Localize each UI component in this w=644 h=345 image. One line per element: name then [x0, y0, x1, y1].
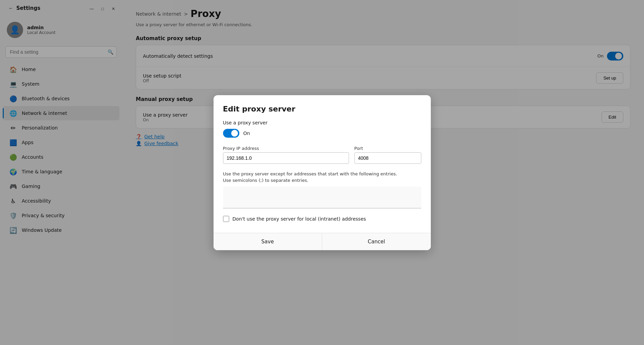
- use-proxy-server-label: Use a proxy server: [223, 120, 421, 125]
- exceptions-label-line2: Use semicolons (;) to separate entries.: [223, 178, 309, 183]
- exceptions-label: Use the proxy server except for addresse…: [223, 171, 421, 184]
- modal-overlay: Edit proxy server Use a proxy server On …: [0, 0, 644, 345]
- fields-row: Proxy IP address Port: [223, 146, 421, 164]
- exceptions-textarea[interactable]: [223, 187, 421, 208]
- ip-label: Proxy IP address: [223, 146, 349, 151]
- checkbox-label: Don't use the proxy server for local (in…: [233, 216, 366, 222]
- port-label: Port: [354, 146, 421, 151]
- cancel-button[interactable]: Cancel: [322, 233, 431, 250]
- port-input[interactable]: [354, 152, 421, 164]
- port-field-group: Port: [354, 146, 421, 164]
- local-addresses-checkbox[interactable]: [223, 216, 229, 222]
- dialog-toggle[interactable]: [223, 129, 239, 138]
- dialog-body: Edit proxy server Use a proxy server On …: [214, 95, 431, 233]
- dialog-toggle-label: On: [243, 131, 250, 136]
- edit-proxy-dialog: Edit proxy server Use a proxy server On …: [214, 95, 431, 250]
- dialog-title: Edit proxy server: [223, 105, 421, 113]
- ip-field-group: Proxy IP address: [223, 146, 349, 164]
- checkbox-row: Don't use the proxy server for local (in…: [223, 216, 421, 222]
- save-button[interactable]: Save: [214, 233, 323, 250]
- proxy-ip-input[interactable]: [223, 152, 349, 164]
- toggle-row: On: [223, 129, 421, 138]
- dialog-footer: Save Cancel: [214, 233, 431, 250]
- exceptions-label-line1: Use the proxy server except for addresse…: [223, 171, 397, 176]
